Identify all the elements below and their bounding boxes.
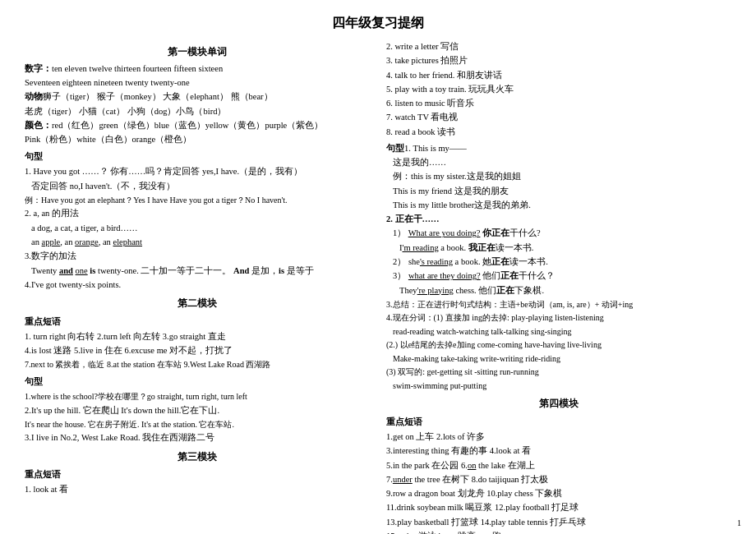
m2-j2: 2.It's up the hill. 它在爬山 It's down the h… xyxy=(25,404,370,417)
juxing3b: Twenty and one is twenty-one. 二十加一等于二十一。… xyxy=(31,265,370,278)
colors-label: 颜色： xyxy=(25,121,52,130)
right-item-2: 2. write a letter 写信 xyxy=(386,40,731,53)
juxing-r4-words: read-reading watch-watching talk-talking… xyxy=(393,325,731,338)
juxing1b: 否定回答 no,I haven't.（不，我没有） xyxy=(31,180,370,193)
phrase2: 4.is lost 迷路 5.live in 住在 6.excuse me 对不… xyxy=(25,344,370,357)
animals-row1: 动物狮子（tiger） 猴子（monkey） 大象（elephant） 熊（be… xyxy=(25,90,370,104)
colors-row2: Pink（粉色）white（白色）orange（橙色） xyxy=(25,133,370,146)
juxing-r1-sub: 这是我的…… xyxy=(393,156,731,169)
animals1: 狮子（tiger） 猴子（monkey） 大象（elephant） 熊（bear… xyxy=(43,92,273,101)
numbers-label: 数字： xyxy=(25,64,52,73)
juxing-label: 句型 xyxy=(25,150,370,163)
juxing-r2-3b: They're playing chess. 他们正在下象棋. xyxy=(399,284,731,297)
juxing-r2-num: 2. 正在干…… xyxy=(386,214,440,223)
phrase4-3: 5.in the park 在公园 6.on the lake 在湖上 xyxy=(386,459,731,472)
juxing-r2-1b: I'm reading a book. 我正在读一本书. xyxy=(399,242,731,255)
phrase4-6: 11.drink soybean milk 喝豆浆 12.play footba… xyxy=(386,501,731,514)
juxing2: 2. a, an 的用法 xyxy=(25,207,370,220)
numbers-content2: Seventeen eighteen nineteen twenty twent… xyxy=(25,78,190,87)
juxing-r1-title: 句型1. This is my—— xyxy=(386,142,731,155)
content-wrapper: 第一模块单词 数字：ten eleven twelve thirteen fou… xyxy=(25,40,731,534)
juxing-r1-ex1: 例：this is my sister.这是我的姐姐 xyxy=(393,170,731,183)
juxing-r4-2: (2.) 以e结尾的去掉e加ing come-coming have-havin… xyxy=(386,338,731,352)
juxing-r4-2b: Make-making take-taking write-writing ri… xyxy=(393,352,731,366)
numbers-row: 数字：ten eleven twelve thirteen fourteen f… xyxy=(25,62,370,76)
m2-j3: It's near the house. 它在房子附近. It's at the… xyxy=(25,418,370,431)
juxing2c-text: an apple, an orange, an elephant xyxy=(31,237,142,246)
animals2: 老虎（tiger） 小猫（cat） 小狗（dog）小鸟（bird） xyxy=(25,107,226,116)
module2-title: 第二模块 xyxy=(25,297,370,311)
colors-row1: 颜色：red（红色）green（绿色）blue（蓝色）yellow（黄色）pur… xyxy=(25,119,370,132)
juxing-r4-title: 4.现在分词：(1) 直接加 ing的去掉: play-playing list… xyxy=(386,311,731,325)
phrase1: 1. turn right 向右转 2.turn left 向左转 3.go s… xyxy=(25,330,370,343)
left-column: 第一模块单词 数字：ten eleven twelve thirteen fou… xyxy=(25,40,370,534)
page-title: 四年级复习提纲 xyxy=(25,15,731,32)
juxing4: 4.I've got twenty-six points. xyxy=(25,279,370,292)
juxing-r3: 3.总结：正在进行时句式结构：主语+be动词（am, is, are）+ 动词+… xyxy=(386,298,731,311)
right-list: 2. write a letter 写信 3. take pictures 拍照… xyxy=(386,40,731,139)
animals-row2: 老虎（tiger） 小猫（cat） 小狗（dog）小鸟（bird） xyxy=(25,105,370,118)
juxing-r1-ex3: This is my little brother这是我的弟弟. xyxy=(393,199,731,212)
juxing-r2-2: 2） she's reading a book. 她正在读一本书. xyxy=(393,255,731,269)
juxing-r4-3: (3) 双写的: get-getting sit -sitting run-ru… xyxy=(386,366,731,379)
juxing-r1-num: 1. This is my—— xyxy=(404,144,467,153)
page-container: 四年级复习提纲 第一模块单词 数字：ten eleven twelve thir… xyxy=(0,0,756,534)
phrase4-4: 7.under the tree 在树下 8.do taijiquan 打太极 xyxy=(386,473,731,486)
m2-j4: 3.I live in No.2, West Lake Road. 我住在西湖路… xyxy=(25,431,370,444)
juxing-r2-title: 2. 正在干…… xyxy=(386,213,731,226)
colors-content2: Pink（粉色）white（白色）orange（橙色） xyxy=(25,135,191,144)
phrase4-5: 9.row a dragon boat 划龙舟 10.play chess 下象… xyxy=(386,487,731,500)
juxing1c: 例：Have you got an elephant？Yes I have Ha… xyxy=(25,194,370,207)
module1-title: 第一模块单词 xyxy=(25,45,370,60)
phrase3: 7.next to 紧挨着，临近 8.at the station 在车站 9.… xyxy=(25,358,370,371)
m2-j1: 1.where is the school?学校在哪里？go straight,… xyxy=(25,390,370,403)
juxing-r1-title-text: 句型 xyxy=(386,144,404,153)
juxing2c: an apple, an orange, an elephant xyxy=(31,236,370,249)
phrase4-7: 13.play basketball 打篮球 14.play table ten… xyxy=(386,516,731,529)
right-item-6: 6. listen to music 听音乐 xyxy=(386,97,731,110)
right-item-4: 4. talk to her friend. 和朋友讲话 xyxy=(386,69,731,82)
module4-title: 第四模块 xyxy=(386,397,731,412)
juxing1: 1. Have you got ……？ 你有……吗？肯定回答 yes,I hav… xyxy=(25,165,370,178)
numbers-row2: Seventeen eighteen nineteen twenty twent… xyxy=(25,76,370,90)
right-item-7: 7. watch TV 看电视 xyxy=(386,111,731,124)
right-item-3: 3. take pictures 拍照片 xyxy=(386,54,731,67)
phrase4-8: 15.swim 游泳 jump 跳高 run 跑 xyxy=(386,530,731,534)
phrase3-1: 1. look at 看 xyxy=(25,483,370,496)
juxing-m2-label: 句型 xyxy=(25,375,370,389)
colors-content: red（红色）green（绿色）blue（蓝色）yellow（黄色）purple… xyxy=(52,121,323,130)
phrase4-2: 3.interesting thing 有趣的事 4.look at 看 xyxy=(386,444,731,458)
juxing3b-text: Twenty and one is twenty-one. 二十加一等于二十一。… xyxy=(31,266,314,275)
key-phrases4: 重点短语 xyxy=(386,415,731,429)
module3-title: 第三模块 xyxy=(25,450,370,465)
page-number: 1 xyxy=(737,518,741,527)
numbers-content: ten eleven twelve thirteen fourteen fift… xyxy=(52,64,223,73)
juxing-r2-3: 3） what are they doing? 他们正在干什么？ xyxy=(393,269,731,283)
key-phrases3: 重点短语 xyxy=(25,467,370,481)
right-item-5: 5. play with a toy train. 玩玩具火车 xyxy=(386,83,731,96)
juxing-r4-3b: swim-swimming put-putting xyxy=(393,380,731,393)
key-phrases2: 重点短语 xyxy=(25,315,370,329)
juxing2b: a dog, a cat, a tiger, a bird…… xyxy=(31,222,370,235)
right-column: 2. write a letter 写信 3. take pictures 拍照… xyxy=(386,40,731,534)
juxing3: 3.数字的加法 xyxy=(25,250,370,263)
juxing-r1-ex2: This is my friend 这是我的朋友 xyxy=(393,185,731,198)
animals-label: 动物 xyxy=(25,92,43,101)
juxing-r2-1: 1） What are you doing? 你正在干什么? xyxy=(393,227,731,240)
right-item-8: 8. read a book 读书 xyxy=(386,126,731,139)
phrase4-1: 1.get on 上车 2.lots of 许多 xyxy=(386,430,731,444)
